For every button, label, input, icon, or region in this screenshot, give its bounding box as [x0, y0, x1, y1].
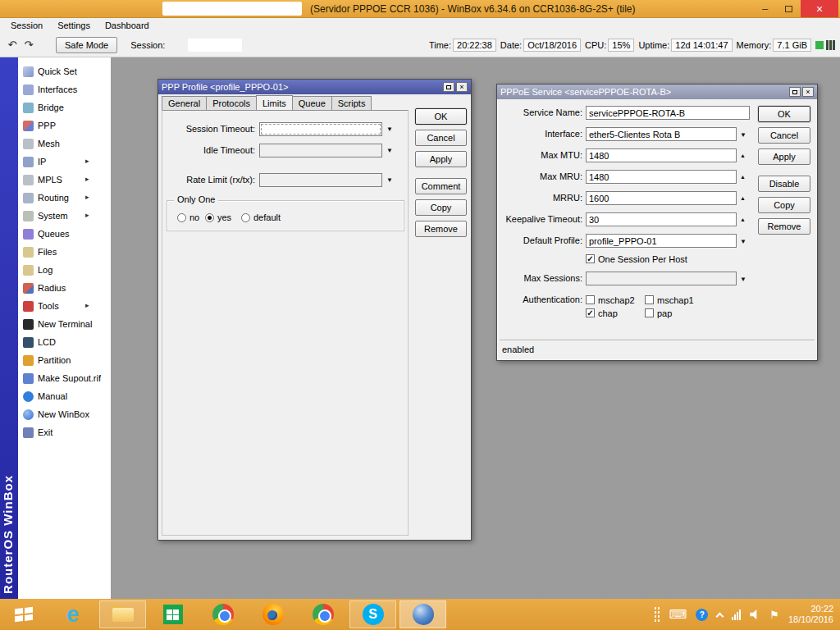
help-icon[interactable]: ? [696, 609, 708, 621]
ok-button[interactable]: OK [758, 106, 810, 122]
show-hidden-icons-chevron[interactable] [716, 612, 724, 620]
tab-queue[interactable]: Queue [292, 96, 332, 110]
one-session-per-host-checkbox[interactable]: ✓ One Session Per Host [586, 253, 687, 264]
taskbar-winbox[interactable] [399, 600, 446, 628]
sidebar-item-lcd[interactable]: LCD [18, 333, 111, 351]
undo-button[interactable]: ↶ [5, 38, 20, 52]
network-signal-icon[interactable] [732, 609, 741, 620]
apply-button[interactable]: Apply [758, 148, 810, 165]
dialog-restore-button[interactable] [789, 87, 801, 97]
sidebar-item-manual[interactable]: Manual [18, 387, 111, 405]
dialog-restore-button[interactable] [443, 82, 454, 92]
ok-button[interactable]: OK [415, 108, 467, 125]
app-titlebar[interactable]: (Servidor PPPOE CCR 1036) - WinBox v6.34… [0, 0, 840, 18]
sidebar-item-queues[interactable]: Queues [18, 225, 111, 243]
sidebar-item-new-winbox[interactable]: New WinBox [18, 405, 111, 423]
service-name-input[interactable] [586, 106, 750, 120]
keepalive-spinner-icon[interactable]: ▲ [740, 217, 746, 222]
rate-limit-input[interactable] [259, 173, 382, 187]
mrru-input[interactable] [586, 191, 737, 205]
apply-button[interactable]: Apply [415, 151, 467, 167]
max-mtu-spinner-icon[interactable]: ▲ [740, 153, 746, 158]
taskbar-store[interactable] [149, 600, 196, 628]
only-one-radio-yes[interactable]: yes [205, 212, 231, 222]
minimize-button[interactable]: – [753, 0, 777, 17]
only-one-radio-no[interactable]: no [177, 212, 199, 222]
sidebar-item-log[interactable]: Log [18, 261, 111, 279]
sidebar-item-ppp[interactable]: PPP [18, 116, 111, 135]
sidebar-item-quick-set[interactable]: Quick Set [18, 62, 111, 80]
dialog-close-button[interactable]: × [456, 82, 468, 92]
session-timeout-input[interactable] [259, 122, 382, 136]
menu-session[interactable]: Session [3, 20, 50, 31]
max-mru-spinner-icon[interactable]: ▲ [740, 174, 746, 180]
sidebar-item-partition[interactable]: Partition [18, 351, 111, 369]
sidebar-item-radius[interactable]: Radius [18, 279, 111, 297]
idle-timeout-input[interactable] [259, 144, 382, 158]
tab-protocols[interactable]: Protocols [206, 96, 257, 110]
max-mtu-input[interactable] [586, 148, 737, 162]
cancel-button[interactable]: Cancel [758, 127, 810, 144]
copy-button[interactable]: Copy [415, 199, 467, 216]
sidebar-item-new-terminal[interactable]: New Terminal [18, 315, 111, 333]
sidebar-item-ip[interactable]: IP▸ [18, 153, 111, 171]
sidebar-item-mpls[interactable]: MPLS▸ [18, 171, 111, 189]
sidebar-item-interfaces[interactable]: Interfaces [18, 80, 111, 98]
dialog-close-button[interactable]: × [802, 87, 814, 97]
copy-button[interactable]: Copy [758, 197, 810, 213]
tab-scripts[interactable]: Scripts [331, 96, 372, 110]
start-button[interactable] [0, 599, 48, 630]
interface-select[interactable] [586, 127, 737, 141]
auth-mschap1-checkbox[interactable]: mschap1 [645, 294, 694, 305]
tab-general[interactable]: General [162, 96, 207, 110]
max-sessions-dropdown-icon[interactable]: ▼ [740, 276, 746, 283]
taskbar-chrome-2[interactable] [299, 600, 346, 628]
disable-button[interactable]: Disable [758, 176, 810, 192]
volume-icon[interactable] [750, 609, 760, 619]
keepalive-timeout-input[interactable] [586, 212, 737, 226]
sidebar-item-exit[interactable]: Exit [18, 423, 111, 441]
tab-limits[interactable]: Limits [256, 95, 293, 110]
cancel-button[interactable]: Cancel [415, 130, 467, 146]
max-sessions-input[interactable] [586, 272, 737, 285]
sidebar-item-tools[interactable]: Tools▸ [18, 297, 111, 315]
menu-dashboard[interactable]: Dashboard [98, 20, 157, 31]
taskbar-file-explorer[interactable] [99, 600, 146, 628]
comment-button[interactable]: Comment [415, 178, 467, 194]
auth-mschap2-checkbox[interactable]: mschap2 [586, 294, 635, 305]
traffic-chart-icon[interactable] [826, 40, 835, 50]
session-timeout-dropdown-icon[interactable]: ▼ [386, 126, 393, 133]
only-one-radio-default[interactable]: default [241, 212, 281, 222]
taskbar-skype[interactable]: S [349, 600, 396, 628]
pppoe-service-titlebar[interactable]: PPPoE Service <servicePPPOE-ROTA-B> × [497, 84, 817, 99]
interface-dropdown-icon[interactable]: ▼ [740, 132, 746, 139]
auth-pap-checkbox[interactable]: pap [645, 308, 672, 318]
idle-timeout-dropdown-icon[interactable]: ▼ [386, 148, 393, 154]
taskbar-chrome[interactable] [199, 600, 246, 628]
menu-settings[interactable]: Settings [50, 20, 98, 31]
mrru-spinner-icon[interactable]: ▲ [740, 195, 746, 201]
sidebar-item-system[interactable]: System▸ [18, 207, 111, 225]
sidebar-item-routing[interactable]: Routing▸ [18, 189, 111, 207]
maximize-button[interactable] [777, 0, 801, 17]
sidebar-item-mesh[interactable]: Mesh [18, 135, 111, 153]
safe-mode-button[interactable]: Safe Mode [56, 37, 117, 53]
close-button[interactable]: × [801, 0, 838, 17]
rate-limit-dropdown-icon[interactable]: ▼ [386, 177, 393, 184]
action-center-flag-icon[interactable]: ⚑ [769, 609, 779, 621]
sidebar-item-files[interactable]: Files [18, 243, 111, 261]
keyboard-icon[interactable]: ⌨ [669, 607, 687, 622]
default-profile-select[interactable] [586, 234, 737, 248]
ppp-profile-titlebar[interactable]: PPP Profile <profile_PPPO-01> × [158, 80, 471, 94]
taskbar-clock[interactable]: 20:22 18/10/2016 [788, 604, 833, 625]
auth-chap-checkbox[interactable]: ✓ chap [586, 308, 618, 318]
sidebar-item-make-supout-rif[interactable]: Make Supout.rif [18, 369, 111, 387]
max-mru-input[interactable] [586, 170, 737, 184]
remove-button[interactable]: Remove [415, 221, 467, 237]
sidebar-item-bridge[interactable]: Bridge [18, 98, 111, 116]
taskbar-internet-explorer[interactable]: e [49, 600, 96, 628]
default-profile-dropdown-icon[interactable]: ▼ [740, 239, 746, 245]
redo-button[interactable]: ↷ [21, 38, 36, 52]
taskbar-firefox[interactable] [249, 600, 296, 628]
remove-button[interactable]: Remove [758, 218, 810, 235]
